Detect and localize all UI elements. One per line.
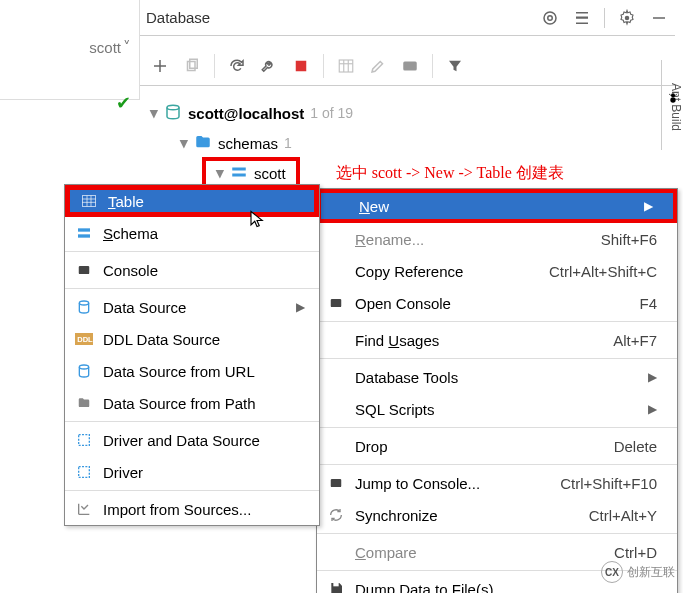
driver-icon	[73, 464, 95, 480]
menu-new[interactable]: New ▶	[317, 189, 677, 223]
svg-rect-12	[339, 60, 353, 72]
datasource-count: 1 of 19	[310, 105, 353, 121]
expand-icon[interactable]: ▶	[178, 139, 191, 147]
svg-rect-27	[82, 196, 95, 207]
menu-schema[interactable]: Schema	[65, 217, 319, 249]
schema-icon	[230, 163, 248, 184]
tree-datasource-row[interactable]: ▶ scott@localhost 1 of 19	[150, 98, 675, 128]
svg-rect-25	[331, 479, 342, 487]
database-tree[interactable]: ▶ scott@localhost 1 of 19 ▶ schemas 1 ▶ …	[150, 98, 675, 188]
menu-database-tools[interactable]: Database Tools ▶	[317, 361, 677, 393]
annotation: 选中 scott -> New -> Table 创建表	[336, 163, 564, 184]
svg-rect-10	[190, 59, 198, 68]
menu-table[interactable]: Table	[65, 185, 319, 217]
svg-rect-34	[79, 266, 90, 274]
expand-icon[interactable]: ▶	[214, 169, 227, 177]
svg-rect-9	[188, 61, 196, 70]
menu-drop[interactable]: Drop Delete	[317, 430, 677, 462]
expand-icon[interactable]: ▶	[148, 109, 161, 117]
new-submenu[interactable]: Table Schema Console Data Source ▶ DDL D…	[64, 184, 320, 526]
schemas-count: 1	[284, 135, 292, 151]
refresh-icon[interactable]	[227, 56, 247, 76]
edit-icon[interactable]	[368, 56, 388, 76]
ddl-icon: DDL	[73, 333, 95, 345]
table-icon	[78, 193, 100, 209]
menu-open-console[interactable]: Open Console F4	[317, 287, 677, 319]
svg-point-38	[79, 365, 88, 369]
chevron-right-icon: ▶	[648, 402, 657, 416]
svg-text:DDL: DDL	[77, 335, 93, 344]
svg-rect-22	[232, 167, 246, 170]
menu-find-usages[interactable]: Find Usages Alt+F7	[317, 324, 677, 356]
copy-icon[interactable]	[182, 56, 202, 76]
cursor-icon	[248, 210, 266, 228]
menu-datasource-path[interactable]: Data Source from Path	[65, 387, 319, 419]
user-dropdown[interactable]: scott ˅	[89, 38, 131, 56]
menu-datasource[interactable]: Data Source ▶	[65, 291, 319, 323]
svg-rect-32	[78, 228, 90, 231]
menu-console[interactable]: Console	[65, 254, 319, 286]
import-icon	[73, 501, 95, 517]
chevron-right-icon: ▶	[644, 199, 653, 213]
menu-ddl-datasource[interactable]: DDL DDL Data Source	[65, 323, 319, 355]
settings-icon[interactable]	[617, 8, 637, 28]
add-icon[interactable]	[150, 56, 170, 76]
svg-point-5	[625, 15, 630, 20]
folder-icon	[194, 133, 212, 154]
svg-point-35	[79, 301, 88, 305]
collapse-icon[interactable]	[572, 8, 592, 28]
svg-rect-16	[403, 61, 417, 70]
chevron-right-icon: ▶	[648, 370, 657, 384]
target-icon[interactable]	[540, 8, 560, 28]
console-icon	[325, 476, 347, 490]
panel-title: Database	[146, 9, 210, 26]
filter-icon[interactable]	[445, 56, 465, 76]
menu-jump-console[interactable]: Jump to Console... Ctrl+Shift+F10	[317, 467, 677, 499]
svg-point-17	[671, 93, 675, 97]
schemas-label: schemas	[218, 135, 278, 152]
console-icon	[73, 263, 95, 277]
watermark: CX 创新互联	[601, 561, 675, 583]
svg-rect-23	[232, 173, 246, 176]
left-panel: scott ˅ ✔	[0, 0, 140, 100]
tree-schemas-row[interactable]: ▶ schemas 1	[150, 128, 675, 158]
menu-driver-datasource[interactable]: Driver and Data Source	[65, 424, 319, 456]
svg-point-0	[544, 12, 556, 24]
driver-icon	[73, 432, 95, 448]
svg-rect-2	[576, 16, 588, 18]
database-icon	[164, 103, 182, 124]
menu-copy-reference[interactable]: Copy Reference Ctrl+Alt+Shift+C	[317, 255, 677, 287]
wrench-icon[interactable]	[259, 56, 279, 76]
folder-icon	[73, 396, 95, 410]
menu-driver[interactable]: Driver	[65, 456, 319, 488]
datasource-icon	[73, 363, 95, 379]
sync-icon	[325, 507, 347, 523]
menu-import-sources[interactable]: Import from Sources...	[65, 493, 319, 525]
svg-rect-40	[79, 467, 90, 478]
menu-sql-scripts[interactable]: SQL Scripts ▶	[317, 393, 677, 425]
logo-icon: CX	[601, 561, 623, 583]
svg-rect-4	[576, 22, 588, 24]
table-icon[interactable]	[336, 56, 356, 76]
save-icon	[325, 581, 347, 593]
stop-icon[interactable]	[291, 56, 311, 76]
context-menu[interactable]: New ▶ Rename... Shift+F6 Copy Reference …	[316, 188, 678, 593]
menu-synchronize[interactable]: Synchronize Ctrl+Alt+Y	[317, 499, 677, 531]
datasource-icon	[73, 299, 95, 315]
svg-rect-33	[78, 234, 90, 237]
minimize-icon[interactable]	[649, 8, 669, 28]
menu-rename[interactable]: Rename... Shift+F6	[317, 223, 677, 255]
toolbar	[140, 46, 675, 86]
svg-rect-39	[79, 435, 90, 446]
svg-point-21	[167, 105, 179, 110]
chevron-down-icon: ˅	[123, 38, 131, 56]
sql-icon[interactable]	[400, 56, 420, 76]
svg-rect-24	[331, 299, 342, 307]
user-label: scott	[89, 39, 121, 56]
chevron-right-icon: ▶	[296, 300, 305, 314]
svg-rect-11	[296, 60, 307, 71]
check-icon: ✔	[116, 92, 131, 114]
menu-datasource-url[interactable]: Data Source from URL	[65, 355, 319, 387]
schema-name: scott	[254, 165, 286, 182]
titlebar: Database	[140, 6, 675, 36]
